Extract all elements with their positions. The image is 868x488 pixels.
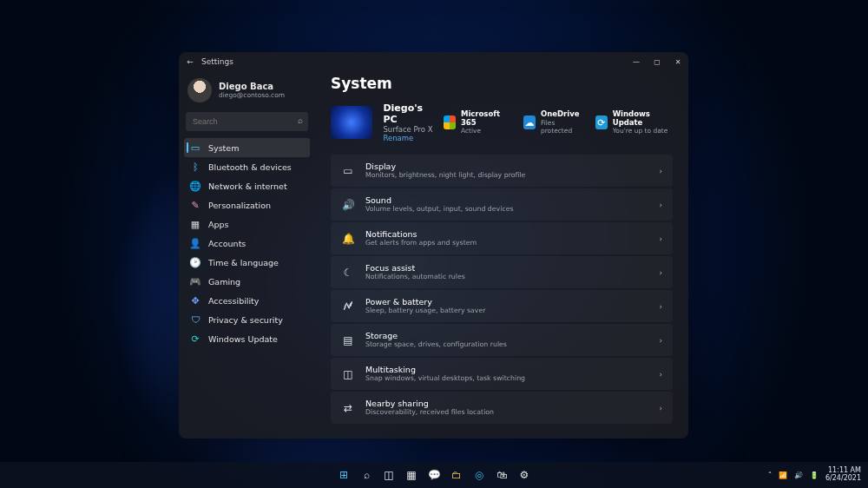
setting-subtitle: Discoverability, received files location [365,408,494,416]
sidebar-item-label: Apps [208,220,229,229]
chevron-right-icon: › [659,302,662,311]
back-button[interactable]: ← [184,57,196,66]
maximize-button[interactable]: ▢ [647,52,667,71]
microsoft-icon [444,115,456,129]
close-button[interactable]: ✕ [667,52,688,71]
hero-link-subtitle: Files protected [541,119,582,135]
user-icon: 👤 [189,237,201,249]
sidebar-item-gaming[interactable]: 🎮Gaming [184,272,310,291]
minimize-button[interactable]: — [626,52,647,71]
sidebar-item-accounts[interactable]: 👤Accounts [184,234,310,253]
taskbar-clock[interactable]: 11:11 AM 6/24/2021 [825,467,861,483]
battery-icon[interactable]: 🔋 [810,472,819,479]
sidebar-item-label: Personalization [208,201,271,210]
setting-sound[interactable]: 🔊SoundVolume levels, output, input, soun… [331,188,673,221]
taskbar-explorer[interactable]: 🗀 [448,466,465,484]
setting-title: Storage [365,332,507,341]
chevron-right-icon: › [659,167,662,175]
hero-link-title: OneDrive [541,110,582,118]
sidebar-item-label: Privacy & security [208,315,283,325]
setting-title: Nearby sharing [365,399,494,409]
taskbar-widgets[interactable]: ▦ [403,466,420,484]
update-icon: ⟳ [189,333,201,345]
sidebar: Diego Baca diego@contoso.com ⌕ ▭System ᛒ… [179,71,315,439]
hero-link-m365[interactable]: Microsoft 365Active [444,110,510,135]
sidebar-item-update[interactable]: ⟳Windows Update [184,329,310,348]
setting-display[interactable]: ▭DisplayMonitors, brightness, night ligh… [331,155,673,187]
hero-link-onedrive[interactable]: ☁ OneDriveFiles protected [523,110,582,135]
pc-thumbnail [331,106,372,139]
settings-list: ▭DisplayMonitors, brightness, night ligh… [331,155,673,425]
sidebar-item-time[interactable]: 🕑Time & language [184,253,310,272]
accessibility-icon: ✥ [189,294,201,307]
taskbar-taskview[interactable]: ◫ [380,466,398,484]
profile-email: diego@contoso.com [219,91,285,99]
shield-icon: 🛡 [189,313,201,326]
setting-subtitle: Get alerts from apps and system [365,239,477,247]
sidebar-item-personalization[interactable]: ✎Personalization [184,195,310,214]
taskbar-chat[interactable]: 💬 [425,466,443,484]
power-icon: 🗲 [341,300,355,313]
main-pane: System Diego's PC Surface Pro X Rename M… [315,71,688,439]
setting-title: Focus assist [365,264,465,274]
volume-icon[interactable]: 🔊 [794,472,803,479]
taskbar: ⊞ ⌕ ◫ ▦ 💬 🗀 ◎ 🛍 ⚙ ˄ 📶 🔊 🔋 11:11 AM 6/24/… [0,462,868,488]
chevron-right-icon: › [659,370,662,379]
setting-title: Display [365,162,525,172]
hero-link-title: Windows Update [613,110,673,127]
sidebar-item-apps[interactable]: ▦Apps [184,214,310,234]
system-tray: ˄ 📶 🔊 🔋 11:11 AM 6/24/2021 [768,467,861,483]
tray-overflow-icon[interactable]: ˄ [768,472,772,479]
multitask-icon: ◫ [341,367,355,381]
taskbar-edge[interactable]: ◎ [470,466,488,484]
setting-subtitle: Monitors, brightness, night light, displ… [365,171,525,179]
sidebar-item-bluetooth[interactable]: ᛒBluetooth & devices [184,157,310,176]
setting-notifications[interactable]: 🔔NotificationsGet alerts from apps and s… [331,222,673,254]
moon-icon: ☾ [341,266,355,280]
sidebar-item-label: Time & language [208,258,279,267]
pc-model: Surface Pro X [383,125,433,134]
sidebar-item-system[interactable]: ▭System [184,138,310,157]
apps-icon: ▦ [189,218,201,230]
sidebar-item-label: Accessibility [208,296,259,306]
start-button[interactable]: ⊞ [335,466,352,484]
bluetooth-icon: ᛒ [189,161,201,173]
setting-storage[interactable]: ▤StorageStorage space, drives, configura… [331,324,673,356]
rename-link[interactable]: Rename [383,134,433,142]
display-icon: ▭ [341,164,355,178]
bell-icon: 🔔 [341,232,355,246]
sidebar-item-label: Accounts [208,239,246,248]
setting-focus[interactable]: ☾Focus assistNotifications, automatic ru… [331,256,673,288]
storage-icon: ▤ [341,333,355,347]
hero-link-subtitle: You're up to date [613,127,673,135]
settings-window: ← Settings — ▢ ✕ Diego Baca diego@contos… [179,52,688,439]
app-title: Settings [201,57,233,66]
profile-name: Diego Baca [219,82,285,91]
profile-block[interactable]: Diego Baca diego@contoso.com [184,75,310,111]
sound-icon: 🔊 [341,198,355,212]
taskbar-search[interactable]: ⌕ [358,466,375,484]
chevron-right-icon: › [659,201,662,209]
taskbar-settings[interactable]: ⚙ [516,466,533,484]
pc-name: Diego's PC [383,102,433,125]
sidebar-item-label: Windows Update [208,334,278,344]
clock-date: 6/24/2021 [825,475,861,483]
wifi-icon[interactable]: 📶 [779,472,787,479]
hero-link-title: Microsoft 365 [461,110,510,127]
onedrive-icon: ☁ [523,115,536,129]
setting-subtitle: Storage space, drives, configuration rul… [365,340,507,348]
setting-title: Notifications [365,230,477,240]
setting-power[interactable]: 🗲Power & batterySleep, battery usage, ba… [331,290,673,322]
setting-multitasking[interactable]: ◫MultitaskingSnap windows, virtual deskt… [331,358,673,390]
hero-link-update[interactable]: ⟳ Windows UpdateYou're up to date [595,110,673,135]
sidebar-item-network[interactable]: 🌐Network & internet [184,176,310,195]
sidebar-item-privacy[interactable]: 🛡Privacy & security [184,310,310,329]
chevron-right-icon: › [659,404,662,412]
setting-nearby[interactable]: ⇄Nearby sharingDiscoverability, received… [331,392,673,424]
setting-subtitle: Snap windows, virtual desktops, task swi… [365,374,525,382]
search-input[interactable] [186,112,308,131]
taskbar-store[interactable]: 🛍 [493,466,510,484]
sidebar-item-accessibility[interactable]: ✥Accessibility [184,291,310,310]
setting-subtitle: Volume levels, output, input, sound devi… [365,205,514,213]
setting-title: Multitasking [365,366,525,375]
